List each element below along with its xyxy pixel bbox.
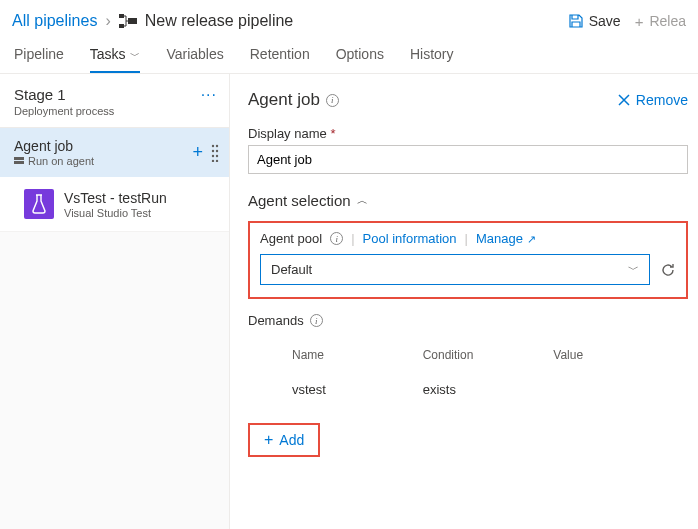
panel-heading: Agent job [248, 90, 320, 110]
tab-tasks[interactable]: Tasks ﹀ [90, 46, 141, 73]
refresh-icon[interactable] [660, 262, 676, 278]
server-icon [14, 157, 24, 166]
task-name: VsTest - testRun [64, 190, 167, 206]
agent-pool-section: Agent pool i | Pool information | Manage… [248, 221, 688, 299]
agent-job-row[interactable]: Agent job Run on agent + [0, 128, 229, 177]
add-demand-button[interactable]: + Add [248, 423, 320, 457]
manage-link[interactable]: Manage ↗ [476, 231, 536, 246]
tab-history[interactable]: History [410, 46, 454, 73]
display-name-label: Display name [248, 126, 327, 141]
save-icon [569, 14, 583, 28]
plus-icon: + [264, 431, 273, 449]
display-name-input[interactable] [248, 145, 688, 174]
svg-rect-2 [128, 18, 137, 24]
svg-rect-1 [119, 24, 124, 28]
chevron-down-icon: ﹀ [628, 262, 639, 277]
chevron-up-icon: ︿ [357, 193, 368, 208]
demands-label: Demands [248, 313, 304, 328]
info-icon[interactable]: i [310, 314, 323, 327]
stage-sub: Deployment process [14, 105, 114, 117]
chevron-right-icon: › [105, 12, 110, 30]
chevron-down-icon: ﹀ [128, 50, 141, 61]
page-title: New release pipeline [145, 12, 294, 30]
agent-pool-label: Agent pool [260, 231, 322, 246]
stage-header[interactable]: Stage 1 Deployment process ··· [0, 74, 229, 128]
svg-rect-0 [119, 14, 124, 18]
demand-row[interactable]: vstest exists [248, 370, 688, 409]
job-sub: Run on agent [28, 155, 94, 167]
add-task-icon[interactable]: + [192, 142, 203, 163]
svg-point-7 [212, 149, 214, 151]
info-icon[interactable]: i [330, 232, 343, 245]
close-icon [618, 94, 630, 106]
remove-button[interactable]: Remove [618, 92, 688, 108]
more-icon[interactable]: ··· [201, 86, 217, 117]
tab-pipeline[interactable]: Pipeline [14, 46, 64, 73]
svg-point-10 [216, 154, 218, 156]
pool-information-link[interactable]: Pool information [363, 231, 457, 246]
flask-icon [24, 189, 54, 219]
external-link-icon: ↗ [527, 233, 536, 245]
stage-name: Stage 1 [14, 86, 114, 103]
release-button[interactable]: + Relea [635, 13, 686, 30]
required-asterisk: * [330, 126, 335, 141]
task-row-vstest[interactable]: VsTest - testRun Visual Studio Test [0, 177, 229, 232]
left-panel: Stage 1 Deployment process ··· Agent job… [0, 74, 230, 529]
svg-point-11 [212, 159, 214, 161]
svg-point-5 [212, 144, 214, 146]
breadcrumb: All pipelines › New release pipeline [12, 12, 293, 30]
save-button[interactable]: Save [569, 13, 621, 29]
agent-pool-select[interactable]: Default ﹀ [260, 254, 650, 285]
breadcrumb-root[interactable]: All pipelines [12, 12, 97, 30]
svg-point-12 [216, 159, 218, 161]
drag-handle-icon[interactable] [211, 144, 219, 162]
plus-icon: + [635, 13, 644, 30]
demands-header: Name Condition Value [248, 340, 688, 370]
pipeline-icon [119, 14, 137, 28]
svg-point-6 [216, 144, 218, 146]
tab-variables[interactable]: Variables [166, 46, 223, 73]
svg-point-8 [216, 149, 218, 151]
svg-rect-4 [14, 161, 24, 164]
svg-rect-3 [14, 157, 24, 160]
task-sub: Visual Studio Test [64, 207, 167, 219]
tab-retention[interactable]: Retention [250, 46, 310, 73]
tab-options[interactable]: Options [336, 46, 384, 73]
job-name: Agent job [14, 138, 94, 154]
agent-selection-toggle[interactable]: Agent selection ︿ [248, 192, 688, 209]
svg-point-9 [212, 154, 214, 156]
right-panel: Agent job i Remove Display name * Agent … [230, 74, 698, 529]
info-icon[interactable]: i [326, 94, 339, 107]
tab-bar: PipelineTasks ﹀VariablesRetentionOptions… [0, 36, 698, 74]
